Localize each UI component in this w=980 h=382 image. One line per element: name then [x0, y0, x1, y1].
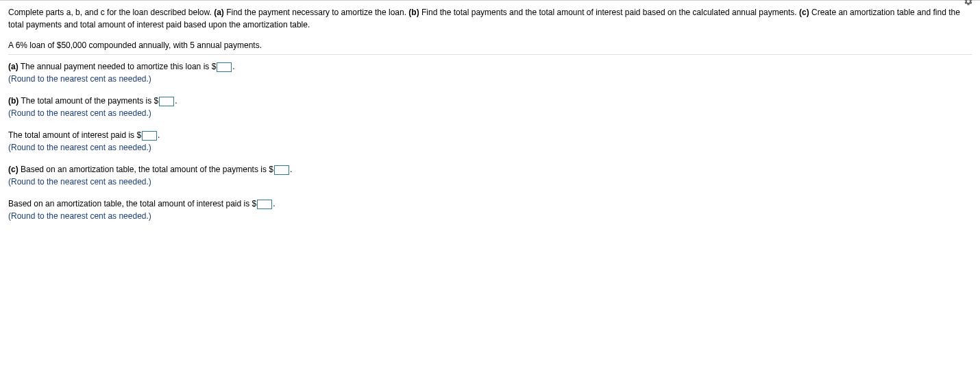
q-a-after: . — [232, 62, 234, 71]
q-b1-before: The total amount of the payments is $ — [19, 96, 158, 106]
question-b1: (b) The total amount of the payments is … — [8, 95, 972, 119]
loan-description: A 6% loan of $50,000 compounded annually… — [8, 40, 972, 50]
answer-input-b1[interactable] — [159, 97, 174, 106]
section-divider — [8, 54, 972, 55]
question-content: Complete parts a, b, and c for the loan … — [0, 6, 980, 222]
q-c2-after: . — [273, 199, 275, 208]
q-a-hint: (Round to the nearest cent as needed.) — [8, 74, 151, 84]
part-a-label: (a) — [214, 8, 224, 17]
q-c1-hint: (Round to the nearest cent as needed.) — [8, 177, 151, 187]
q-b1-label: (b) — [8, 96, 19, 106]
top-divider — [0, 0, 980, 1]
answer-input-a[interactable] — [217, 62, 232, 72]
q-c1-label: (c) — [8, 165, 19, 174]
settings-button[interactable] — [964, 0, 973, 8]
q-c2-hint: (Round to the nearest cent as needed.) — [8, 211, 151, 221]
instructions: Complete parts a, b, and c for the loan … — [8, 6, 972, 31]
gear-icon — [964, 0, 973, 6]
answer-input-c2[interactable] — [257, 200, 272, 209]
intro-prefix: Complete parts a, b, and c for the loan … — [8, 8, 214, 17]
answer-input-b2[interactable] — [142, 131, 157, 141]
part-b-label: (b) — [408, 8, 419, 17]
part-b-text: Find the total payments and the total am… — [419, 8, 799, 17]
q-c1-before: Based on an amortization table, the tota… — [19, 165, 273, 174]
question-b2: The total amount of interest paid is $. … — [8, 129, 972, 154]
part-c-label: (c) — [799, 8, 809, 17]
q-a-label: (a) — [8, 62, 19, 71]
q-c1-after: . — [290, 165, 292, 174]
q-b2-after: . — [158, 130, 160, 140]
question-c2: Based on an amortization table, the tota… — [8, 198, 972, 222]
question-a: (a) The annual payment needed to amortiz… — [8, 60, 972, 85]
q-b1-hint: (Round to the nearest cent as needed.) — [8, 108, 151, 118]
q-c2-before: Based on an amortization table, the tota… — [8, 199, 256, 208]
q-b2-hint: (Round to the nearest cent as needed.) — [8, 143, 151, 152]
q-b1-after: . — [175, 96, 177, 106]
part-a-text: Find the payment necessary to amortize t… — [224, 8, 408, 17]
q-b2-before: The total amount of interest paid is $ — [8, 130, 141, 140]
answer-input-c1[interactable] — [274, 165, 289, 175]
q-a-before: The annual payment needed to amortize th… — [19, 62, 217, 71]
question-c1: (c) Based on an amortization table, the … — [8, 163, 972, 188]
